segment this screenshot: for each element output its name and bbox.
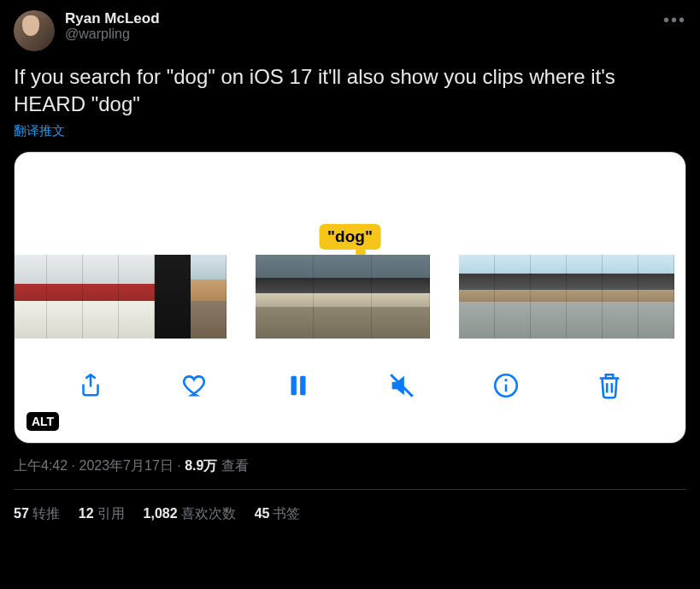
- tweet-time[interactable]: 上午4:42: [14, 458, 68, 473]
- clip-frame[interactable]: [638, 255, 674, 339]
- likes-label: 喜欢次数: [181, 506, 236, 521]
- views-label: 查看: [221, 458, 249, 473]
- likes-count: 1,082: [144, 506, 178, 521]
- clip-group[interactable]: [15, 255, 226, 339]
- clip-frame[interactable]: [372, 255, 430, 339]
- clip-group[interactable]: [256, 255, 430, 339]
- clip-frame[interactable]: [47, 255, 83, 339]
- clip-frame[interactable]: [191, 255, 226, 339]
- clip-group[interactable]: [459, 255, 674, 339]
- clip-frame[interactable]: [119, 255, 155, 339]
- author-handle[interactable]: @warpling: [65, 27, 160, 42]
- clip-frame[interactable]: [495, 255, 531, 339]
- translate-link[interactable]: 翻译推文: [14, 123, 65, 139]
- quotes-label: 引用: [97, 506, 125, 521]
- trash-icon: [595, 371, 624, 400]
- clip-frame[interactable]: [256, 255, 314, 339]
- delete-button[interactable]: [591, 367, 628, 404]
- clip-frame[interactable]: [83, 255, 119, 339]
- tweet-meta: 上午4:42 · 2023年7月17日 · 8.9万 查看: [14, 457, 686, 475]
- clip-frame[interactable]: [567, 255, 603, 339]
- more-icon[interactable]: •••: [663, 10, 686, 30]
- reposts-stat[interactable]: 57转推: [14, 505, 60, 523]
- mute-button[interactable]: [383, 367, 421, 404]
- clip-frame[interactable]: [15, 255, 47, 339]
- bookmarks-count: 45: [255, 506, 270, 521]
- share-icon: [76, 371, 105, 400]
- media-top-area: "dog": [15, 152, 685, 255]
- search-result-tag: "dog": [319, 224, 381, 250]
- tweet-date[interactable]: 2023年7月17日: [79, 458, 173, 473]
- tweet-container: Ryan McLeod @warpling ••• If you search …: [0, 0, 700, 523]
- info-icon: [491, 371, 521, 400]
- reposts-label: 转推: [32, 506, 60, 521]
- clip-frame[interactable]: [459, 255, 495, 339]
- clip-timeline[interactable]: [15, 255, 685, 339]
- info-button[interactable]: [487, 367, 525, 404]
- pause-button[interactable]: [279, 367, 317, 404]
- bookmarks-label: 书签: [273, 506, 300, 521]
- author-block: Ryan McLeod @warpling: [65, 10, 160, 42]
- media-card[interactable]: "dog": [14, 151, 686, 444]
- alt-badge[interactable]: ALT: [26, 412, 59, 431]
- speaker-muted-icon: [387, 371, 416, 400]
- clip-frame[interactable]: [155, 255, 191, 339]
- favorite-button[interactable]: [175, 367, 213, 404]
- views-count[interactable]: 8.9万: [185, 458, 217, 473]
- svg-point-5: [504, 379, 507, 381]
- svg-rect-1: [300, 376, 305, 396]
- avatar[interactable]: [14, 10, 55, 51]
- clip-frame[interactable]: [314, 255, 372, 339]
- pause-icon: [284, 371, 313, 400]
- tweet-header: Ryan McLeod @warpling •••: [14, 10, 686, 51]
- reposts-count: 57: [14, 506, 29, 521]
- likes-stat[interactable]: 1,082喜欢次数: [144, 505, 236, 523]
- media-inner: "dog": [15, 152, 685, 443]
- author-display-name[interactable]: Ryan McLeod: [65, 10, 160, 27]
- heart-icon: [179, 371, 209, 400]
- media-toolbar: [15, 339, 685, 443]
- quotes-count: 12: [79, 506, 94, 521]
- clip-frame[interactable]: [603, 255, 638, 339]
- clip-frame[interactable]: [531, 255, 567, 339]
- quotes-stat[interactable]: 12引用: [79, 505, 125, 523]
- stats-row: 57转推 12引用 1,082喜欢次数 45书签: [14, 490, 686, 523]
- bookmarks-stat[interactable]: 45书签: [255, 505, 301, 523]
- tweet-text: If you search for "dog" on iOS 17 it'll …: [14, 63, 686, 118]
- share-button[interactable]: [72, 367, 109, 404]
- svg-rect-0: [291, 376, 296, 396]
